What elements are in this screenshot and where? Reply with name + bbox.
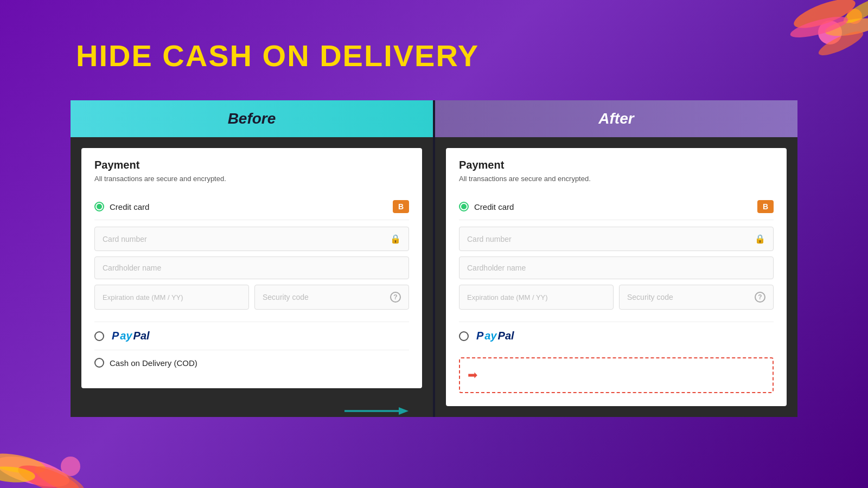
paypal-pal-after: Pal [498,330,514,342]
comparison-container: Before Payment All transactions are secu… [71,100,797,417]
before-cardholder-placeholder: Cardholder name [103,264,161,272]
svg-point-5 [789,12,850,42]
after-expiry-security-row: Expiration date (MM / YY) Security code … [459,285,774,310]
svg-point-9 [15,460,82,488]
svg-point-2 [790,0,858,34]
after-red-arrow-icon: ➡ [468,368,477,382]
after-hidden-cod-box: ➡ [459,357,774,393]
after-security-placeholder: Security code [627,293,673,301]
after-card-number-field[interactable]: Card number 🔒 [459,227,774,251]
paypal-ay-after: ay [484,330,496,342]
svg-point-3 [824,15,868,40]
before-credit-card-option[interactable]: Credit card B [94,194,409,220]
svg-point-4 [840,0,868,27]
after-payment-card: Payment All transactions are secure and … [446,148,787,406]
before-expiry-placeholder: Expiration date (MM / YY) [103,293,183,301]
svg-point-6 [816,27,866,60]
before-card-number-field[interactable]: Card number 🔒 [94,227,409,251]
before-expiry-field[interactable]: Expiration date (MM / YY) [94,285,249,310]
after-expiry-field[interactable]: Expiration date (MM / YY) [459,285,614,310]
blob-top-right [694,0,868,98]
svg-marker-14 [399,407,409,415]
connector-arrow [344,403,410,419]
before-credit-card-label: Credit card [110,202,393,211]
after-credit-card-label: Credit card [474,202,757,211]
after-payment-subtitle: All transactions are secure and encrypte… [459,175,774,183]
before-cod-option[interactable]: Cash on Delivery (COD) [94,350,409,375]
before-payment-card: Payment All transactions are secure and … [81,148,422,388]
svg-point-1 [847,9,862,24]
after-credit-card-option[interactable]: Credit card B [459,194,774,220]
before-paypal-radio[interactable] [94,331,104,341]
before-panel-header: Before [71,100,433,137]
before-payment-title: Payment [94,159,409,171]
before-payment-subtitle: All transactions are secure and encrypte… [94,175,409,183]
after-cardholder-placeholder: Cardholder name [467,264,526,272]
before-card-number-placeholder: Card number [103,235,147,243]
svg-point-0 [818,21,842,44]
before-credit-card-radio[interactable] [94,202,104,211]
after-panel-body: Payment All transactions are secure and … [435,137,797,417]
before-cod-radio[interactable] [94,358,104,368]
after-credit-card-fields: Card number 🔒 Cardholder name Expiration… [459,220,774,322]
after-paypal-logo: P ay Pal [476,330,514,342]
after-card-lock-icon: 🔒 [755,234,765,244]
after-paypal-option[interactable]: P ay Pal [459,322,774,350]
after-badge: B [757,200,774,213]
paypal-ay-before: ay [120,330,132,342]
before-security-placeholder: Security code [263,293,309,301]
before-panel-body: Payment All transactions are secure and … [71,137,433,417]
before-paypal-option[interactable]: P ay Pal [94,322,409,350]
before-security-question-icon: ? [390,292,401,303]
svg-point-12 [31,461,87,488]
paypal-p-before: P [112,330,119,342]
after-security-field[interactable]: Security code ? [619,285,774,310]
after-credit-card-radio[interactable] [459,202,469,211]
paypal-pal-before: Pal [133,330,150,342]
svg-point-11 [61,457,80,476]
before-card-lock-icon: 🔒 [390,234,401,244]
after-cardholder-name-field[interactable]: Cardholder name [459,256,774,279]
before-paypal-logo: P ay Pal [112,330,150,342]
before-cardholder-name-field[interactable]: Cardholder name [94,256,409,279]
after-panel: After Payment All transactions are secur… [435,100,797,417]
after-expiry-placeholder: Expiration date (MM / YY) [467,293,548,301]
before-security-field[interactable]: Security code ? [254,285,409,310]
after-security-question-icon: ? [755,292,765,303]
after-card-number-placeholder: Card number [467,235,512,243]
after-payment-title: Payment [459,159,774,171]
paypal-p-after: P [476,330,483,342]
svg-point-8 [0,450,47,478]
before-credit-card-fields: Card number 🔒 Cardholder name Expiration… [94,220,409,322]
after-panel-header: After [435,100,797,137]
before-expiry-security-row: Expiration date (MM / YY) Security code … [94,285,409,310]
before-cod-label: Cash on Delivery (COD) [110,358,409,368]
before-badge: B [393,200,409,213]
svg-point-10 [0,465,36,484]
page-title: HIDE CASH ON DELIVERY [76,38,479,73]
after-paypal-radio[interactable] [459,331,469,341]
before-panel: Before Payment All transactions are secu… [71,100,433,417]
svg-point-7 [0,451,72,488]
